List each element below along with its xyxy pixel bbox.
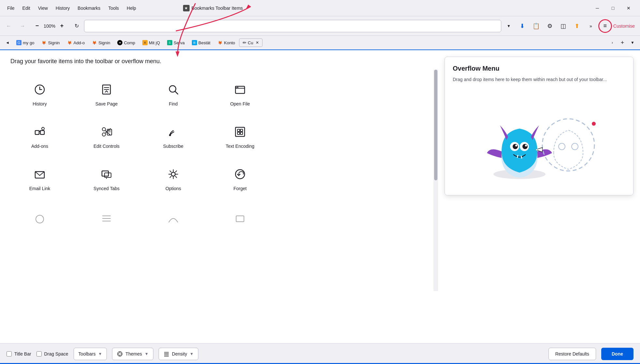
grid-item-find[interactable]: Find <box>144 74 203 116</box>
main-content: Drag your favorite items into the toolba… <box>0 50 640 343</box>
bookmark-favicon-6: S <box>167 40 172 45</box>
bookmark-item-7[interactable]: ⊞ Bestät <box>189 39 214 47</box>
overflow-icon[interactable]: » <box>585 20 597 32</box>
grid-item-email-link[interactable]: Email Link <box>10 159 69 201</box>
sidebar-icon[interactable]: ◫ <box>557 20 570 32</box>
grid-item-edit-controls[interactable]: Edit Controls <box>77 116 136 159</box>
grid-item-extra4[interactable] <box>211 201 269 243</box>
themes-icon <box>117 351 123 357</box>
drag-space-label: Drag Space <box>44 351 68 357</box>
bookmark-label-0: my go <box>23 40 34 45</box>
bookmark-favicon-8: 🦊 <box>218 40 223 45</box>
zoom-value: 100% <box>43 23 56 29</box>
svg-rect-18 <box>235 127 245 136</box>
addons-label: Add-ons <box>31 144 48 149</box>
reload-button[interactable]: ↻ <box>70 20 83 32</box>
drag-space-checkbox-label[interactable]: Drag Space <box>36 351 68 357</box>
density-dropdown[interactable]: Density ▼ <box>159 348 199 360</box>
bookmarks-add-button[interactable]: + <box>618 38 627 47</box>
done-button[interactable]: Done <box>601 348 633 360</box>
find-icon <box>167 84 179 98</box>
bookmark-item-0[interactable]: G my go <box>13 39 37 47</box>
minimize-button[interactable]: ─ <box>590 3 605 13</box>
grid-item-extra1[interactable] <box>10 201 69 243</box>
title-bar-checkbox[interactable] <box>7 351 12 357</box>
menu-bookmarks[interactable]: Bookmarks <box>74 4 104 12</box>
bookmark-item-6[interactable]: S Serva <box>164 39 188 47</box>
bookmark-favicon-5: X <box>142 40 148 45</box>
grid-item-save-page[interactable]: Save Page <box>77 74 136 116</box>
menu-edit[interactable]: Edit <box>19 4 34 12</box>
close-button[interactable]: ✕ <box>621 3 636 13</box>
bookmark-item-4[interactable]: ● Comp <box>114 39 138 47</box>
bookmark-item-1[interactable]: 🦊 Signin <box>38 39 63 47</box>
bookmarks-toolbar-items-badge[interactable]: ★ Bookmarks Toolbar Items <box>180 4 246 13</box>
sync-icon[interactable]: ⬆ <box>571 20 583 32</box>
settings-icon[interactable]: ⚙ <box>544 20 556 32</box>
svg-point-4 <box>169 86 176 92</box>
zoom-in-button[interactable]: + <box>57 21 66 31</box>
extra1-icon <box>34 213 46 228</box>
grid-item-subscribe[interactable]: Subscribe <box>144 116 203 159</box>
grid-item-text-encoding[interactable]: Text Encoding <box>211 116 269 159</box>
monster-illustration <box>471 93 607 184</box>
hamburger-menu-button[interactable]: ≡ <box>598 19 612 33</box>
grid-item-synced-tabs[interactable]: Synced Tabs <box>77 159 136 201</box>
history-label: History <box>33 101 47 106</box>
bookmarks-right-controls: › + ▼ <box>607 38 637 48</box>
bookmarks-back-button[interactable]: ◄ <box>3 38 12 48</box>
title-bar-checkbox-label[interactable]: Title Bar <box>7 351 31 357</box>
grid-item-addons[interactable]: Add-ons <box>10 116 69 159</box>
clipboard-icon[interactable]: 📋 <box>530 20 542 32</box>
grid-item-open-file[interactable]: Open File <box>211 74 269 116</box>
scroll-thumb[interactable] <box>434 70 437 180</box>
toolbars-dropdown[interactable]: Toolbars ▼ <box>74 348 107 360</box>
svg-rect-21 <box>237 132 240 134</box>
bookmark-item-3[interactable]: 🦊 Signin <box>89 39 113 47</box>
svg-point-44 <box>572 143 578 150</box>
bookmark-item-5[interactable]: X Mit jQ <box>139 39 163 47</box>
url-dropdown-button[interactable]: ▼ <box>503 20 515 32</box>
text-encoding-icon <box>234 126 246 140</box>
svg-rect-19 <box>237 129 240 132</box>
forward-button[interactable]: → <box>16 20 29 32</box>
grid-item-forget[interactable]: Forget <box>211 159 269 201</box>
email-link-icon <box>34 168 46 183</box>
grid-item-options[interactable]: Options <box>144 159 203 201</box>
menu-tools[interactable]: Tools <box>105 4 122 12</box>
grid-item-extra3[interactable] <box>144 201 203 243</box>
svg-point-52 <box>120 355 121 356</box>
svg-point-30 <box>36 215 44 223</box>
svg-line-41 <box>521 156 522 159</box>
bookmark-favicon-0: G <box>16 40 21 45</box>
bookmarks-more-button[interactable]: › <box>607 38 617 48</box>
svg-point-17 <box>169 134 171 136</box>
grid-item-extra2[interactable] <box>77 201 136 243</box>
restore-defaults-button[interactable]: Restore Defaults <box>548 348 596 360</box>
bookmarks-bar: ◄ G my go 🦊 Signin 🦊 Add-o 🦊 Signin ● Co… <box>0 36 640 50</box>
bookmark-item-8[interactable]: 🦊 Konto <box>214 39 238 47</box>
extra3-icon <box>167 213 179 228</box>
maximize-button[interactable]: □ <box>605 3 620 13</box>
menu-view[interactable]: View <box>35 4 51 12</box>
back-button[interactable]: ← <box>3 20 15 32</box>
edit-controls-label: Edit Controls <box>93 144 120 149</box>
menu-file[interactable]: File <box>4 4 18 12</box>
downloads-icon[interactable]: ⬇ <box>516 20 529 32</box>
grid-item-history[interactable]: History <box>10 74 69 116</box>
bookmarks-toolbar-label: Bookmarks Toolbar Items <box>192 6 243 11</box>
subscribe-label: Subscribe <box>163 144 183 149</box>
bookmark-close-icon[interactable]: ✕ <box>256 40 259 45</box>
bookmark-item-2[interactable]: 🦊 Add-o <box>64 39 88 47</box>
save-page-icon <box>101 84 112 98</box>
svg-line-40 <box>517 155 518 158</box>
themes-dropdown-icon: ▼ <box>145 352 149 356</box>
zoom-out-button[interactable]: − <box>33 21 42 31</box>
url-bar[interactable] <box>84 20 501 32</box>
drag-space-checkbox[interactable] <box>36 351 42 357</box>
bookmark-edit-item[interactable]: ✏ Cu ✕ <box>239 38 263 47</box>
bookmarks-dropdown-button[interactable]: ▼ <box>628 38 637 48</box>
menu-help[interactable]: Help <box>123 4 139 12</box>
menu-history[interactable]: History <box>52 4 73 12</box>
themes-dropdown[interactable]: Themes ▼ <box>112 348 153 360</box>
